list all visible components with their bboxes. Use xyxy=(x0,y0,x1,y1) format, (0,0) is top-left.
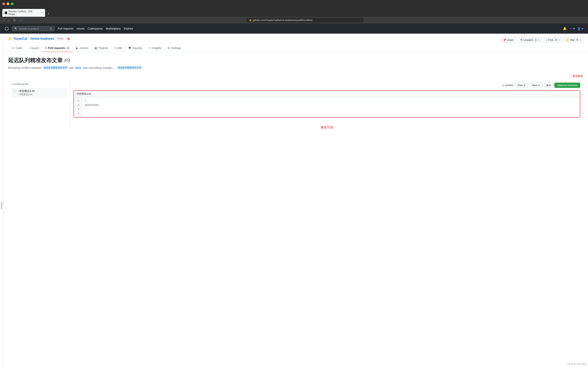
nav-marketplace[interactable]: Marketplace xyxy=(106,27,121,30)
code-icon: <> xyxy=(11,46,14,50)
fork-btn[interactable]: ⑃ Fork 0 ▾ xyxy=(544,37,562,42)
unpin-icon: 📌 xyxy=(503,39,506,42)
octotree-sidebar[interactable]: Octotree › xyxy=(0,34,3,367)
nav-settings[interactable]: ⚙ Settings xyxy=(164,44,184,52)
completion-text: 修改完成 xyxy=(74,125,580,129)
prev-icon: ∧ xyxy=(524,84,526,87)
star-count: 0 xyxy=(575,38,579,42)
repo-header: 📁 YuyanCai / heima-leadnews Public 🔖 📌 U… xyxy=(3,34,588,52)
next-icon: ∨ xyxy=(538,84,540,87)
nav-security[interactable]: ⛊ Security xyxy=(125,44,145,52)
repo-owner-link[interactable]: YuyanCai xyxy=(13,37,27,41)
nav-code[interactable]: <> Code xyxy=(8,44,25,52)
pr-badge: 1 xyxy=(66,46,70,50)
watch-btn[interactable]: 👁 Unwatch 1 ▾ xyxy=(518,37,542,42)
code-content[interactable]: | 1111111111 xyxy=(82,97,580,117)
nav-codespaces[interactable]: Codespaces xyxy=(87,27,103,30)
watch-icon: 👁 xyxy=(520,39,523,42)
unpin-label: Unpin xyxy=(507,39,513,42)
github-search[interactable]: 🔍 Search or jump to... / xyxy=(12,26,55,31)
unpin-btn[interactable]: 📌 Unpin xyxy=(501,37,516,42)
file-icon: 📄 xyxy=(13,90,17,93)
editor-settings-btn[interactable]: ⚙ ▾ xyxy=(544,83,553,88)
fork-icon: ⑃ xyxy=(546,39,547,42)
browser-bar: ‹ › ↻ ⌂ 🔒 github.com/YuyanCai/heima-lead… xyxy=(0,17,588,24)
repo-icon: 📁 xyxy=(8,37,12,41)
file-name: 冲突测试3.txt xyxy=(19,89,35,93)
conflict-file-item[interactable]: 📄 冲突测试3.txt 冲突测试3.txt xyxy=(11,88,67,98)
nav-explore[interactable]: Explore xyxy=(124,27,133,30)
github-header: ⬡ 🔍 Search or jump to... / Pull requests… xyxy=(0,24,588,34)
issues-icon: ○ xyxy=(28,46,30,50)
back-btn[interactable]: ‹ xyxy=(2,18,6,22)
nav-actions[interactable]: ▶ Actions xyxy=(73,44,91,52)
projects-icon: ▦ xyxy=(94,46,97,50)
repo-breadcrumb: 📁 YuyanCai / heima-leadnews Public 🔖 xyxy=(8,37,70,41)
branch-from-tag[interactable]: 延迟队列精准发布文章 xyxy=(42,66,68,70)
repo-actions: 📌 Unpin 👁 Unwatch 1 ▾ ⑃ Fork 0 ▾ xyxy=(501,37,583,42)
sidebar-conflict-title: 1 conflicting file xyxy=(11,83,67,85)
close-window-btn[interactable] xyxy=(2,2,5,5)
main-content: 📁 YuyanCai / heima-leadnews Public 🔖 📌 U… xyxy=(3,34,588,367)
line-numbers: 1 2 3 4 xyxy=(74,97,82,117)
github-logo: ⬡ xyxy=(5,26,9,31)
reparse-link[interactable]: 重新解析 xyxy=(572,73,583,79)
nav-wiki[interactable]: ≡ Wiki xyxy=(111,44,126,52)
github-nav: Pull requests Issues Codespaces Marketpl… xyxy=(58,27,133,30)
nav-pull-requests[interactable]: ⑃ Pull requests 1 xyxy=(42,44,73,52)
wiki-icon: ≡ xyxy=(114,46,116,50)
repo-name-link[interactable]: heima-leadnews xyxy=(30,37,54,41)
watch-label: Unwatch xyxy=(523,39,533,42)
bookmark-btn[interactable]: 🔖 xyxy=(67,37,70,40)
notifications-btn[interactable]: 🔔 xyxy=(563,27,567,31)
prev-label: Prev xyxy=(518,84,523,87)
browser-tab-bar: Resolve Conflicts · Pull Reque... ✕ + xyxy=(0,8,588,17)
url-text: github.com/YuyanCai/heima-leadnews/pull/… xyxy=(253,19,312,22)
watch-dropdown-icon[interactable]: ▾ xyxy=(538,39,539,41)
page-layout: Octotree › 📁 YuyanCai / heima-leadnews P… xyxy=(0,34,588,367)
url-bar[interactable]: 🔒 github.com/YuyanCai/heima-leadnews/pul… xyxy=(247,18,363,22)
home-btn[interactable]: ⌂ xyxy=(19,18,23,22)
forward-btn[interactable]: › xyxy=(7,18,10,22)
close-tab-btn[interactable]: ✕ xyxy=(41,12,43,14)
branch-main-tag[interactable]: main xyxy=(74,66,82,70)
conflict-count: 1 conflict xyxy=(503,84,513,87)
nav-projects[interactable]: ▦ Projects xyxy=(91,44,111,52)
editor-toolbar: 1 conflict Prev ∧ Next ∨ ⚙ ▾ xyxy=(74,83,580,88)
star-label: Star xyxy=(570,39,575,42)
nav-pull-requests[interactable]: Pull requests xyxy=(58,27,74,30)
active-tab[interactable]: Resolve Conflicts · Pull Reque... ✕ xyxy=(2,9,45,17)
maximize-window-btn[interactable] xyxy=(11,2,14,5)
next-conflict-btn[interactable]: Next ∨ xyxy=(530,83,543,88)
code-editor-body[interactable]: 1 2 3 4 | 1111111111 xyxy=(74,97,580,117)
next-label: Next xyxy=(532,84,538,87)
nav-issues[interactable]: ○ Issues xyxy=(25,44,42,52)
line-number-4: 4 xyxy=(76,112,79,116)
nav-issues[interactable]: Issues xyxy=(77,27,84,30)
branch-target-tag[interactable]: 延迟队列精准发布文章 xyxy=(117,66,143,70)
refresh-btn[interactable]: ↻ xyxy=(12,18,17,22)
actions-icon: ▶ xyxy=(76,46,78,50)
fork-label: Fork xyxy=(548,39,553,42)
avatar-btn[interactable]: 👤 ▾ xyxy=(577,27,583,31)
star-btn[interactable]: ⭐ Star 0 ▾ xyxy=(563,37,583,42)
minimize-window-btn[interactable] xyxy=(7,2,9,5)
search-placeholder: Search or jump to... xyxy=(19,27,41,30)
tab-favicon xyxy=(5,11,7,14)
nav-insights[interactable]: ↗ Insights xyxy=(145,44,164,52)
new-tab-btn[interactable]: + xyxy=(46,11,51,17)
conflict-sidebar: 1 conflicting file 📄 冲突测试3.txt 冲突测试3.txt xyxy=(8,80,70,133)
fork-dropdown-icon[interactable]: ▾ xyxy=(558,39,559,41)
insights-icon: ↗ xyxy=(148,46,151,50)
tab-title: Resolve Conflicts · Pull Reque... xyxy=(8,10,39,16)
file-info: 冲突测试3.txt 冲突测试3.txt xyxy=(19,89,35,96)
settings-icon: ⚙ xyxy=(168,46,170,50)
create-btn[interactable]: ＋ ▾ xyxy=(569,27,575,31)
mark-as-resolved-btn[interactable]: Mark as resolved xyxy=(554,83,580,88)
repo-nav: <> Code ○ Issues ⑃ Pull requests 1 ▶ Act… xyxy=(8,44,583,52)
lock-icon: 🔒 xyxy=(249,19,252,21)
visibility-badge: Public xyxy=(56,37,66,41)
star-dropdown-icon[interactable]: ▾ xyxy=(580,39,581,41)
editor-filename-header: 冲突测试3.txt xyxy=(74,91,580,97)
prev-conflict-btn[interactable]: Prev ∧ xyxy=(515,83,528,88)
